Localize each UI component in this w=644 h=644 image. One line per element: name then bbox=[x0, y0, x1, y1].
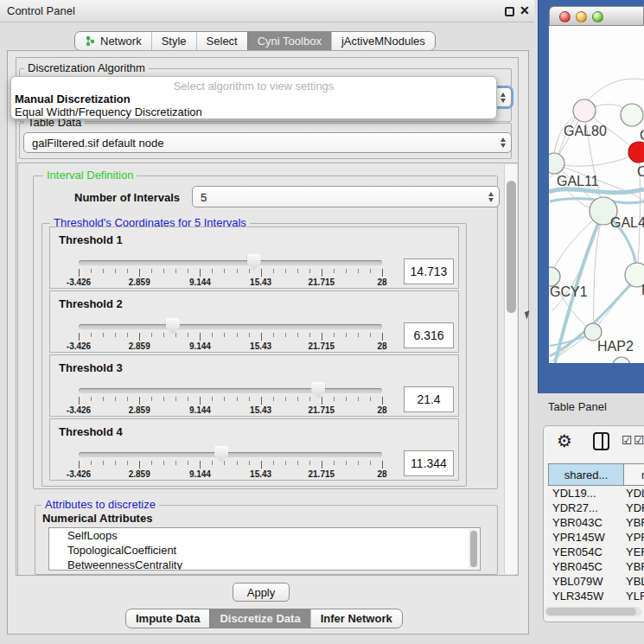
network-node[interactable] bbox=[613, 357, 630, 363]
apply-button[interactable]: Apply bbox=[233, 583, 290, 602]
tab-label: Select bbox=[207, 35, 238, 48]
table-data-combo-value: galFiltered.sif default node bbox=[32, 137, 163, 150]
tick-label: 15.43 bbox=[237, 405, 285, 415]
threshold-panel-3: Threshold 3 -3.4262.8599.14415.4321.7152… bbox=[49, 354, 459, 417]
slider-track[interactable] bbox=[79, 324, 382, 329]
close-button[interactable] bbox=[559, 11, 571, 22]
tab-label: Network bbox=[100, 35, 142, 48]
network-node[interactable] bbox=[584, 323, 602, 341]
tab-select[interactable]: Select bbox=[196, 32, 247, 50]
close-icon[interactable]: ✕ bbox=[520, 3, 530, 17]
cell-shared-name: YBR043C bbox=[548, 516, 624, 529]
scrollbar-thumb[interactable] bbox=[507, 181, 516, 313]
float-window-icon[interactable] bbox=[505, 7, 514, 16]
node-label: GAL11 bbox=[557, 174, 599, 188]
control-panel-titlebar bbox=[0, 0, 534, 22]
slider-track[interactable] bbox=[79, 452, 382, 457]
tab-jactivemnodules[interactable]: jActiveMNodules bbox=[331, 32, 435, 50]
network-window-titlebar[interactable] bbox=[549, 6, 644, 26]
threshold-panel-1: Threshold 1 -3.4262.8599.14415.4321.7152… bbox=[49, 226, 459, 289]
table-hscrollbar[interactable] bbox=[545, 607, 641, 616]
list-item[interactable]: TopologicalCoefficient bbox=[49, 543, 480, 558]
list-item[interactable]: BetweennessCentrality bbox=[49, 558, 480, 571]
threshold-label: Threshold 2 bbox=[59, 297, 123, 310]
gear-icon[interactable]: ⚙ bbox=[557, 430, 572, 451]
tick-label: 15.43 bbox=[237, 469, 285, 479]
dropdown-item-manual[interactable]: Manual Discretization bbox=[15, 92, 131, 105]
cell-name: YDR2 bbox=[624, 501, 644, 514]
tick-label: 28 bbox=[358, 469, 406, 479]
tick-label: 2.859 bbox=[115, 405, 163, 415]
network-canvas: GAL80 G C GAL11 GAL4 GCY1 H HAP2 bbox=[549, 26, 644, 363]
slider-track[interactable] bbox=[79, 388, 382, 393]
tab-label: Infer Network bbox=[321, 612, 392, 625]
tab-infer-network[interactable]: Infer Network bbox=[310, 609, 402, 628]
cell-name: YLR3 bbox=[624, 590, 644, 603]
num-intervals-combo[interactable]: 5 bbox=[192, 186, 500, 207]
tick-label: -3.426 bbox=[54, 277, 103, 287]
column-header-shared[interactable]: shared... bbox=[548, 463, 624, 486]
zoom-button[interactable] bbox=[592, 11, 603, 22]
list-item[interactable]: SelfLoops bbox=[49, 528, 480, 543]
checkbox-icon[interactable]: ☑ bbox=[634, 433, 644, 447]
tab-network[interactable]: Network bbox=[75, 32, 151, 50]
network-icon bbox=[85, 35, 96, 47]
node-label: HAP2 bbox=[597, 339, 634, 354]
dropdown-item-equal-width[interactable]: Equal Width/Frequency Discretization bbox=[15, 105, 202, 118]
control-panel-title: Control Panel bbox=[7, 4, 75, 17]
table-row[interactable]: YDR27...YDR2 bbox=[548, 501, 644, 515]
settings-scrollbar[interactable] bbox=[504, 164, 517, 574]
table-row[interactable]: YBR045CYBR0 bbox=[548, 559, 644, 574]
tab-style[interactable]: Style bbox=[151, 32, 196, 50]
tab-label: Impute Data bbox=[136, 612, 200, 625]
tick-label: 15.43 bbox=[237, 277, 285, 287]
threshold-label: Threshold 1 bbox=[59, 233, 123, 246]
numerical-attributes-list[interactable]: SelfLoopsTopologicalCoefficientBetweenne… bbox=[48, 527, 481, 571]
cell-shared-name: YER054C bbox=[548, 545, 624, 558]
column-header-name[interactable]: n bbox=[624, 463, 644, 486]
network-node[interactable] bbox=[621, 104, 643, 126]
checkbox-icon[interactable]: ☑ bbox=[622, 433, 633, 447]
tick-label: 21.715 bbox=[297, 341, 346, 351]
dropdown-hint: Select algorithm to view settings bbox=[11, 80, 496, 92]
threshold-value-field[interactable]: 11.344 bbox=[404, 450, 454, 476]
network-node[interactable] bbox=[573, 99, 596, 122]
table-row[interactable]: YPR145WYPR1 bbox=[548, 530, 644, 545]
tab-discretize-data[interactable]: Discretize Data bbox=[209, 609, 309, 628]
network-view[interactable]: GAL80 G C GAL11 GAL4 GCY1 H HAP2 bbox=[549, 26, 644, 363]
scrollbar-thumb[interactable] bbox=[546, 608, 636, 615]
tab-impute-data[interactable]: Impute Data bbox=[126, 609, 209, 628]
table-row[interactable]: YBR043CYBR0 bbox=[548, 515, 644, 530]
minimize-button[interactable] bbox=[576, 11, 587, 22]
network-node-selected[interactable] bbox=[628, 142, 644, 163]
slider-track[interactable] bbox=[79, 260, 382, 265]
tab-cyni-toolbox[interactable]: Cyni Toolbox bbox=[247, 32, 331, 50]
table-row[interactable]: YER054CYER0 bbox=[548, 545, 644, 559]
tick-label: 15.43 bbox=[237, 341, 285, 351]
scrollbar-thumb[interactable] bbox=[470, 531, 477, 567]
table-row[interactable]: YBL079WYBL0 bbox=[548, 574, 644, 589]
cell-name: YBR0 bbox=[624, 560, 644, 573]
threshold-value-field[interactable]: 21.4 bbox=[404, 386, 454, 412]
algorithm-dropdown-popup: Select algorithm to view settings Manual… bbox=[10, 76, 497, 119]
tab-label: jActiveMNodules bbox=[341, 35, 425, 48]
split-columns-icon[interactable] bbox=[593, 432, 609, 450]
algorithm-group-title: Discretization Algorithm bbox=[24, 62, 149, 74]
threshold-value-field[interactable]: 6.316 bbox=[404, 322, 454, 348]
tick-label: 9.144 bbox=[175, 341, 224, 351]
threshold-panel-4: Threshold 4 -3.4262.8599.14415.4321.7152… bbox=[49, 418, 459, 481]
network-node[interactable] bbox=[549, 267, 560, 286]
table-rows: YDL19...YDL1YDR27...YDR2YBR043CYBR0YPR14… bbox=[548, 486, 644, 607]
tick-label: 2.859 bbox=[115, 277, 163, 287]
network-node[interactable] bbox=[549, 153, 564, 174]
node-label: C bbox=[637, 164, 644, 179]
table-row[interactable]: YLR345WYLR3 bbox=[548, 589, 644, 603]
slider-major-ticks bbox=[79, 461, 383, 469]
tick-label: -3.426 bbox=[54, 469, 103, 479]
cell-shared-name: YPR145W bbox=[548, 531, 624, 544]
table-data-combo[interactable]: galFiltered.sif default node bbox=[23, 132, 512, 153]
cell-name: YBR0 bbox=[624, 516, 644, 529]
list-scrollbar[interactable] bbox=[469, 529, 479, 569]
table-row[interactable]: YDL19...YDL1 bbox=[548, 486, 644, 501]
threshold-value-field[interactable]: 14.713 bbox=[404, 258, 454, 284]
